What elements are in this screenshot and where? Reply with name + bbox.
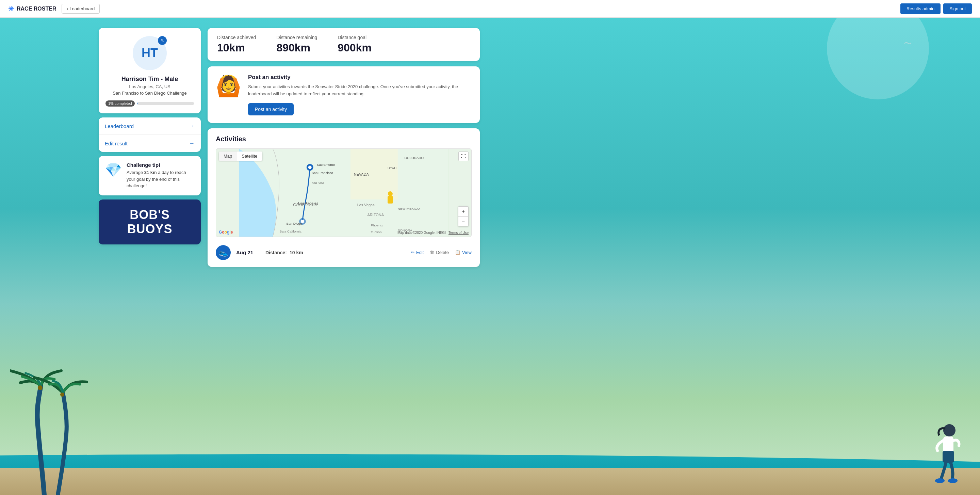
pencil-icon: ✎: [161, 38, 164, 43]
header: ✳ RACE ROSTER ‹ Leaderboard Results admi…: [0, 0, 980, 18]
profile-name: Harrison Tim - Male: [105, 76, 194, 83]
map-zoom-controls: + −: [458, 206, 469, 226]
edit-label: Edit: [416, 250, 424, 255]
stat-distance-goal: Distance goal 900km: [337, 35, 372, 54]
edit-avatar-button[interactable]: ✎: [158, 36, 167, 45]
delete-label: Delete: [436, 250, 449, 255]
google-o2: o: [224, 230, 227, 234]
svg-point-6: [948, 478, 958, 483]
leaderboard-nav-item[interactable]: Leaderboard →: [99, 118, 201, 135]
svg-text:San Francisco: San Francisco: [312, 171, 334, 175]
palm-trees: [10, 318, 105, 495]
svg-rect-4: [943, 451, 954, 463]
stat-distance-achieved-label: Distance achieved: [217, 35, 256, 40]
results-admin-button[interactable]: Results admin: [900, 3, 940, 14]
shoe-icon: 👟: [219, 248, 228, 257]
profile-location: Los Angeles, CA, US: [105, 84, 194, 89]
svg-text:UTAH: UTAH: [388, 166, 396, 170]
stat-distance-remaining-label: Distance remaining: [276, 35, 317, 40]
header-left: ✳ RACE ROSTER ‹ Leaderboard: [8, 4, 100, 14]
svg-rect-3: [943, 436, 953, 454]
post-activity-button[interactable]: Post an activity: [248, 103, 294, 115]
profile-card: HT ✎ Harrison Tim - Male Los Angeles, CA…: [99, 28, 201, 113]
tip-content: Challenge tip! Average 31 km a day to re…: [127, 162, 195, 189]
post-activity-content: Post an activity Submit your activities …: [248, 74, 472, 115]
svg-text:Las Vegas: Las Vegas: [357, 202, 375, 207]
stat-distance-remaining-value: 890km: [276, 41, 317, 54]
post-activity-description: Submit your activities towards the Seawa…: [248, 83, 472, 98]
bird-decoration: 〜: [904, 38, 912, 49]
map-data-text: Map data ©2020 Google, INEGI: [398, 231, 446, 234]
leaderboard-arrow-icon: →: [189, 123, 195, 129]
content-area: HT ✎ Harrison Tim - Male Los Angeles, CA…: [0, 18, 490, 277]
logo-text: RACE ROSTER: [17, 6, 56, 12]
activity-row: 👟 Aug 21 Distance: 10 km ✏ Edit: [216, 242, 472, 260]
stat-distance-achieved-value: 10km: [217, 41, 256, 54]
tip-card: 💎 Challenge tip! Average 31 km a day to …: [99, 156, 201, 196]
activities-title: Activities: [216, 135, 472, 143]
google-e: e: [231, 230, 233, 234]
sand-decoration: [0, 468, 980, 495]
logo-icon: ✳: [8, 5, 14, 13]
zoom-in-button[interactable]: +: [458, 207, 468, 216]
edit-icon: ✏: [411, 250, 414, 255]
activity-person-icon: 🙆: [216, 74, 241, 98]
progress-label: 1% completed: [105, 100, 135, 107]
google-logo: Google: [219, 230, 233, 234]
google-g: G: [219, 230, 222, 234]
activity-date: Aug 21: [236, 250, 260, 255]
distance-label: Distance:: [266, 250, 287, 255]
header-right: Results admin Sign out: [900, 3, 972, 14]
svg-text:NEVADA: NEVADA: [354, 172, 369, 176]
map-container: Map Satellite ⛶: [216, 148, 472, 237]
view-label: View: [462, 250, 472, 255]
terms-of-use-link[interactable]: Terms of Use: [449, 231, 469, 234]
stat-distance-achieved: Distance achieved 10km: [217, 35, 256, 54]
svg-point-5: [935, 478, 945, 483]
bobs-card: BOB'S BUOYS: [99, 199, 201, 244]
nav-card: Leaderboard → Edit result →: [99, 118, 201, 152]
svg-rect-29: [388, 196, 393, 204]
edit-activity-button[interactable]: ✏ Edit: [411, 250, 424, 255]
zoom-out-button[interactable]: −: [458, 216, 468, 226]
tip-highlight: 31 km: [144, 170, 157, 175]
edit-result-arrow-icon: →: [189, 140, 195, 146]
activities-card: Activities Map Satellite ⛶: [208, 128, 480, 267]
map-tab-satellite[interactable]: Satellite: [237, 151, 262, 161]
delete-activity-button[interactable]: 🗑 Delete: [430, 250, 449, 255]
svg-text:NEW MEXICO: NEW MEXICO: [398, 206, 420, 210]
edit-result-nav-item[interactable]: Edit result →: [99, 135, 201, 152]
sign-out-button[interactable]: Sign out: [943, 3, 972, 14]
activity-list: 👟 Aug 21 Distance: 10 km ✏ Edit: [216, 242, 472, 260]
activity-avatar: 👟: [216, 245, 231, 260]
bobs-subtitle: BUOYS: [105, 222, 194, 236]
progress-bar-track: [137, 102, 194, 105]
svg-point-1: [60, 393, 64, 396]
back-button[interactable]: ‹ Leaderboard: [62, 4, 100, 14]
ocean-decoration: [0, 427, 980, 495]
post-activity-title: Post an activity: [248, 74, 472, 81]
svg-text:Phoenix: Phoenix: [371, 223, 383, 227]
tip-text: Average 31 km a day to reach your goal b…: [127, 169, 195, 189]
svg-text:San Jose: San Jose: [312, 181, 324, 185]
stats-card: Distance achieved 10km Distance remainin…: [208, 28, 480, 61]
svg-point-0: [38, 385, 43, 390]
svg-text:San Diego: San Diego: [286, 221, 302, 225]
svg-text:Baja California: Baja California: [279, 229, 301, 233]
post-activity-card: 🙆 Post an activity Submit your activitie…: [208, 66, 480, 123]
svg-point-10: [308, 166, 312, 169]
map-tab-map[interactable]: Map: [219, 151, 237, 161]
bobs-title: BOB'S: [105, 208, 194, 222]
stat-distance-goal-label: Distance goal: [337, 35, 372, 40]
svg-text:CALIFORNIA: CALIFORNIA: [293, 202, 317, 207]
view-activity-button[interactable]: 📋 View: [455, 250, 472, 255]
activity-actions: ✏ Edit 🗑 Delete 📋 View: [411, 250, 472, 255]
progress-bar-fill: [137, 102, 138, 105]
svg-point-2: [943, 424, 956, 436]
fullscreen-button[interactable]: ⛶: [458, 151, 469, 161]
svg-text:Tucson: Tucson: [371, 230, 382, 234]
svg-text:COLORADO: COLORADO: [404, 156, 424, 159]
map-tabs: Map Satellite: [219, 151, 262, 161]
stat-distance-remaining: Distance remaining 890km: [276, 35, 317, 54]
svg-text:ARIZONA: ARIZONA: [367, 213, 384, 217]
